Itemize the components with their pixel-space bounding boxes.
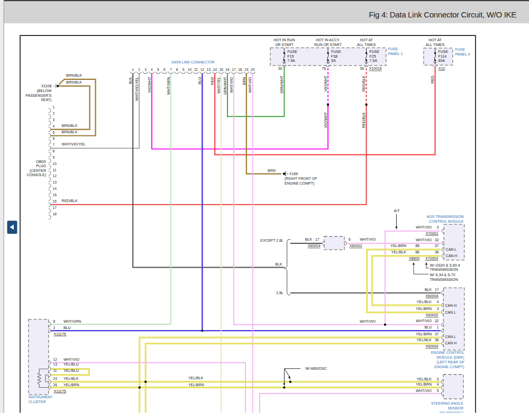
svg-text:YEL/BLK: YEL/BLK xyxy=(188,376,204,380)
svg-text:RED/BLK: RED/BLK xyxy=(62,199,78,203)
svg-text:F15: F15 xyxy=(287,54,294,58)
svg-text:WHT/GRN: WHT/GRN xyxy=(63,319,81,323)
svg-text:YEL/BLK: YEL/BLK xyxy=(417,300,432,304)
svg-text:FUSE: FUSE xyxy=(388,47,398,51)
svg-text:YEL/BLK: YEL/BLK xyxy=(417,377,432,381)
svg-text:PASSENGER'S: PASSENGER'S xyxy=(25,94,51,97)
svg-text:6: 6 xyxy=(163,68,166,71)
svg-text:YEL/BLK: YEL/BLK xyxy=(417,338,432,342)
svg-text:1: 1 xyxy=(53,105,55,109)
svg-text:BRN: BRN xyxy=(242,77,246,85)
svg-text:A/T: A/T xyxy=(394,209,400,213)
svg-text:CONTROL MODULE: CONTROL MODULE xyxy=(429,220,464,223)
svg-text:(BELOW: (BELOW xyxy=(37,89,52,93)
svg-text:Fig 4: Data Link Connector Cir: Fig 4: Data Link Connector Circuit, W/O … xyxy=(369,10,516,19)
svg-text:HOT AT: HOT AT xyxy=(360,38,373,42)
svg-text:BRN: BRN xyxy=(268,169,276,172)
svg-text:BLU: BLU xyxy=(424,325,432,329)
svg-text:WHT/VIO: WHT/VIO xyxy=(360,319,376,323)
svg-text:18: 18 xyxy=(238,68,242,71)
svg-text:FUSE: FUSE xyxy=(455,48,466,51)
svg-text:X70004: X70004 xyxy=(425,257,438,260)
svg-text:11: 11 xyxy=(53,369,57,372)
svg-text:GRN/WHT: GRN/WHT xyxy=(280,75,284,93)
svg-text:TRANSMISSION: TRANSMISSION xyxy=(430,268,458,271)
svg-text:BLK: BLK xyxy=(275,262,282,266)
svg-text:CAN L: CAN L xyxy=(446,248,457,251)
svg-text:HOT IN ACCY,: HOT IN ACCY, xyxy=(316,38,340,42)
svg-text:BLK: BLK xyxy=(305,238,313,241)
svg-text:CAN H: CAN H xyxy=(446,254,458,258)
svg-text:7: 7 xyxy=(170,68,172,71)
svg-text:3: 3 xyxy=(53,118,55,122)
svg-text:RUN OR START: RUN OR START xyxy=(314,43,342,47)
svg-text:3: 3 xyxy=(437,377,439,381)
svg-text:PANEL 1: PANEL 1 xyxy=(388,52,403,56)
svg-text:80A: 80A xyxy=(439,59,445,62)
svg-text:VIO/WHT: VIO/WHT xyxy=(148,77,151,93)
svg-text:WHT/VIO: WHT/VIO xyxy=(248,77,252,93)
svg-text:8: 8 xyxy=(176,68,178,71)
svg-text:(RIGHT FRONT OF: (RIGHT FRONT OF xyxy=(285,177,317,181)
svg-text:17: 17 xyxy=(435,288,439,291)
svg-text:16: 16 xyxy=(225,68,230,71)
svg-text:X60004: X60004 xyxy=(425,344,438,348)
svg-text:12: 12 xyxy=(53,358,58,361)
svg-text:YEL/BRN: YEL/BRN xyxy=(416,332,432,336)
svg-text:TRANSMISSION: TRANSMISSION xyxy=(430,278,458,281)
svg-text:17: 17 xyxy=(53,206,57,209)
svg-text:BLU: BLU xyxy=(63,326,71,330)
svg-text:BLK: BLK xyxy=(425,288,432,291)
svg-text:(LEFT REAR OF: (LEFT REAR OF xyxy=(436,360,464,364)
svg-text:3: 3 xyxy=(144,68,147,71)
svg-text:32: 32 xyxy=(435,319,439,323)
svg-text:W/ S.34 & S.70: W/ S.34 & S.70 xyxy=(430,273,455,277)
svg-text:5: 5 xyxy=(437,389,439,392)
svg-text:16: 16 xyxy=(53,199,57,203)
svg-text:5: 5 xyxy=(53,131,55,134)
svg-text:11: 11 xyxy=(53,168,57,172)
svg-text:OR START: OR START xyxy=(275,43,294,47)
svg-text:17: 17 xyxy=(315,238,320,241)
svg-text:SENSOR: SENSOR xyxy=(448,406,463,410)
svg-text:ALL TIMES: ALL TIMES xyxy=(426,43,445,47)
svg-text:7.5A: 7.5A xyxy=(370,59,378,62)
svg-text:HOT IN RUN: HOT IN RUN xyxy=(273,38,295,42)
svg-text:ALL TIMES: ALL TIMES xyxy=(357,43,376,47)
svg-text:RED/BLK: RED/BLK xyxy=(362,76,366,92)
svg-text:VIO/WHT: VIO/WHT xyxy=(324,75,327,92)
svg-text:13: 13 xyxy=(53,180,57,184)
svg-text:5: 5 xyxy=(157,68,159,71)
svg-text:PANEL 4: PANEL 4 xyxy=(455,52,470,56)
svg-text:19: 19 xyxy=(244,68,249,71)
svg-text:(CENTER: (CENTER xyxy=(30,169,46,173)
svg-text:2: 2 xyxy=(53,326,56,330)
svg-text:BRN/BLK: BRN/BLK xyxy=(66,74,82,77)
svg-text:YEL/BRN: YEL/BRN xyxy=(416,382,432,386)
svg-text:VIO/WHT: VIO/WHT xyxy=(324,112,327,128)
svg-text:CONSOLE): CONSOLE) xyxy=(26,173,46,177)
svg-text:X8600: X8600 xyxy=(409,257,419,260)
svg-text:W/ GS20 & S.60.4: W/ GS20 & S.60.4 xyxy=(430,263,460,267)
svg-text:6: 6 xyxy=(349,238,351,241)
svg-text:9: 9 xyxy=(53,156,55,159)
svg-text:X60004: X60004 xyxy=(307,244,320,248)
svg-text:WHT/VIO/YEL: WHT/VIO/YEL xyxy=(62,142,86,146)
svg-text:BLK: BLK xyxy=(129,77,132,84)
svg-text:YEL/BRN: YEL/BRN xyxy=(390,244,406,248)
svg-text:32: 32 xyxy=(435,238,439,242)
svg-text:RED: RED xyxy=(431,76,434,84)
svg-text:4: 4 xyxy=(151,68,153,71)
svg-text:CAN H: CAN H xyxy=(445,304,457,307)
svg-text:6: 6 xyxy=(53,136,55,140)
svg-text:12: 12 xyxy=(53,174,57,178)
svg-text:20: 20 xyxy=(251,68,255,71)
svg-text:37: 37 xyxy=(435,332,439,336)
svg-text:14: 14 xyxy=(53,187,57,190)
svg-text:X10016: X10016 xyxy=(369,67,382,70)
svg-text:RED/BLK: RED/BLK xyxy=(362,112,366,128)
svg-text:17: 17 xyxy=(232,68,236,71)
svg-text:DATA LINK CONNECTOR: DATA LINK CONNECTOR xyxy=(171,60,215,64)
svg-text:5A: 5A xyxy=(331,59,336,62)
svg-text:3: 3 xyxy=(437,225,439,229)
